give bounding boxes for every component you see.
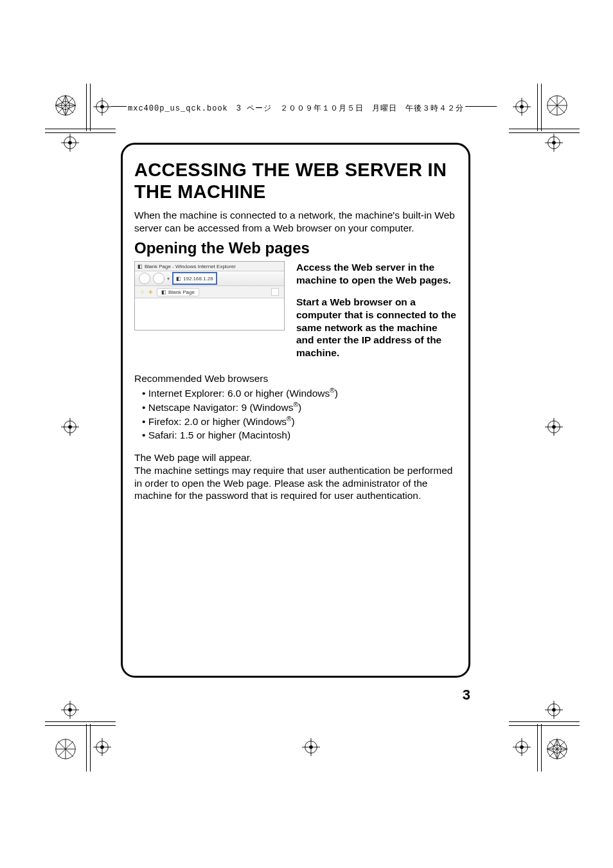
crosshair-icon [61,418,79,436]
svg-line-7 [56,101,66,105]
browsers-heading: Recommended Web browsers [134,372,457,385]
nav-toolbar: ▾ ◧ 192.168.1.28 [135,271,284,286]
page-icon: ◧ [176,276,181,282]
crosshair-icon [93,98,111,116]
crop-rule [45,132,116,133]
section-heading: Opening the Web pages [134,239,457,257]
list-item: Internet Explorer: 6.0 or higher (Window… [142,386,457,401]
body-text: The Web page will appear. [134,451,457,464]
disc-mark-icon [55,738,76,760]
crosshair-icon [545,418,563,436]
crosshair-icon [93,738,111,756]
window-titlebar: ◧ Blank Page - Windows Internet Explorer [135,262,284,271]
instruction-text: Access the Web server in the machine to … [296,261,457,287]
crosshair-icon [513,98,531,116]
crop-rule [537,84,538,131]
svg-line-72 [553,739,557,749]
crop-rule [45,725,116,726]
tab-label: Blank Page [168,289,195,295]
crop-rule [509,725,580,726]
list-item-text: Firefox: 2.0 or higher (Windows®) [148,416,295,427]
svg-line-6 [66,96,70,105]
crop-rule [90,84,91,131]
crop-rule [45,721,116,722]
favorites-star-icon: ☆ [140,289,145,295]
disc-mark-icon [546,95,568,116]
crosshair-icon [302,738,320,756]
tab-toolbar: ☆ ✚ ◧ Blank Page [135,286,284,298]
svg-line-75 [547,749,557,754]
svg-line-8 [56,105,66,110]
svg-line-12 [66,105,70,115]
window-title-text: Blank Page - Windows Internet Explorer [145,264,236,269]
crop-rule [86,724,87,772]
crosshair-icon [513,738,531,756]
crop-rule [537,724,538,772]
crop-rule [90,724,91,772]
page-title: ACCESSING THE WEB SERVER IN THE MACHINE [134,159,457,203]
svg-line-74 [547,745,557,749]
svg-line-78 [553,749,557,759]
crosshair-icon [61,134,79,152]
body-text: The machine settings may require that us… [134,464,457,502]
add-favorites-icon: ✚ [148,289,153,295]
crop-rule [86,84,87,131]
list-item-text: Internet Explorer: 6.0 or higher (Window… [148,388,338,399]
address-bar: ◧ 192.168.1.28 [172,272,217,285]
content-frame: ACCESSING THE WEB SERVER IN THE MACHINE … [121,143,470,678]
svg-line-9 [66,101,75,105]
address-text: 192.168.1.28 [183,276,213,282]
crosshair-icon [545,134,563,152]
intro-text: When the machine is connected to a netwo… [134,209,457,234]
svg-line-77 [557,749,567,754]
forward-button-icon [153,273,164,284]
print-page: mxc400p_us_qck.book 3 ページ ２００９年１０月５日 月曜日… [0,0,613,868]
svg-line-73 [557,739,562,749]
crop-rule [541,724,542,772]
list-item: Firefox: 2.0 or higher (Windows®) [142,415,457,429]
disc-mark-icon [55,95,76,116]
svg-line-76 [557,745,567,749]
crop-rule [509,721,580,722]
crosshair-icon [61,701,79,719]
crop-rule [541,84,542,131]
svg-line-79 [557,749,562,759]
list-item-text: Safari: 1.5 or higher (Macintosh) [148,429,290,440]
list-item-text: Netscape Navigator: 9 (Windows®) [148,402,301,413]
browsers-list: Internet Explorer: 6.0 or higher (Window… [142,386,457,442]
svg-line-5 [61,96,66,105]
instruction-text: Start a Web browser on a computer that i… [296,296,457,359]
page-icon: ◧ [138,264,143,269]
crop-rule [509,132,580,133]
browser-tab: ◧ Blank Page [157,288,199,296]
instruction-column: Access the Web server in the machine to … [296,261,457,368]
page-icon: ◧ [161,289,166,295]
toolbar-button-icon [271,288,279,296]
browser-screenshot: ◧ Blank Page - Windows Internet Explorer… [134,261,285,330]
crop-rule [45,129,116,129]
crosshair-icon [545,701,563,719]
back-button-icon [139,273,150,284]
page-number: 3 [463,687,470,703]
svg-line-10 [66,105,75,110]
header-filename-text: mxc400p_us_qck.book 3 ページ ２００９年１０月５日 月曜日… [127,103,465,114]
dropdown-arrow-icon: ▾ [167,276,170,282]
list-item: Safari: 1.5 or higher (Macintosh) [142,429,457,442]
list-item: Netscape Navigator: 9 (Windows®) [142,401,457,415]
disc-mark-icon [546,738,568,760]
crop-rule [509,129,580,129]
svg-line-11 [61,105,66,115]
figure-row: ◧ Blank Page - Windows Internet Explorer… [134,261,457,368]
